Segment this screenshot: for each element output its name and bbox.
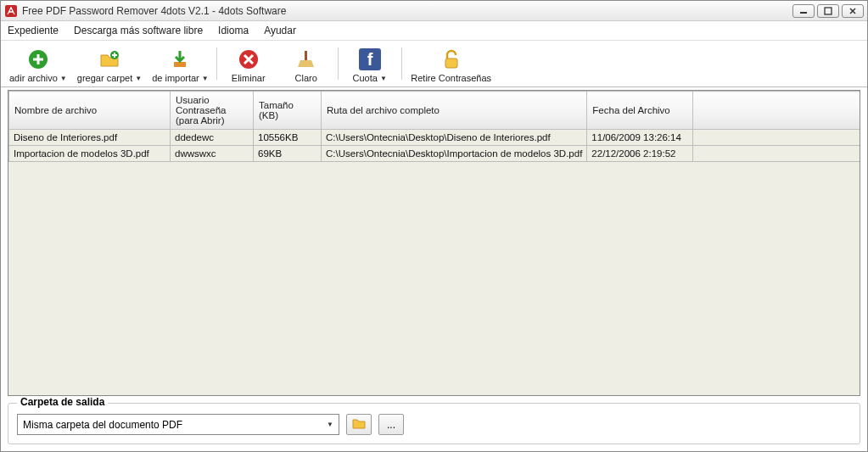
cell-size[interactable]: 69KB — [254, 146, 322, 162]
output-folder-legend: Carpeta de salida — [17, 396, 108, 408]
dropdown-arrow-icon: ▼ — [135, 75, 142, 82]
close-button[interactable] — [842, 4, 864, 18]
toolbar-separator — [338, 47, 339, 80]
maximize-button[interactable] — [817, 4, 839, 18]
menu-language[interactable]: Idioma — [218, 25, 249, 36]
menu-file[interactable]: Expediente — [8, 25, 59, 36]
add-file-label: adir archivo — [9, 73, 58, 83]
browse-button[interactable]: ... — [378, 414, 404, 435]
cell-password[interactable]: dwwswxc — [171, 146, 254, 162]
open-folder-button[interactable] — [346, 414, 372, 435]
remove-button[interactable]: Eliminar — [220, 42, 277, 85]
dropdown-arrow-icon: ▼ — [327, 421, 333, 428]
unlock-icon — [440, 47, 462, 71]
window-controls — [792, 4, 864, 18]
add-file-button[interactable]: adir archivo▼ — [4, 42, 72, 85]
clear-button[interactable]: Claro — [277, 42, 335, 85]
file-table-container: Nombre de archivo Usuario Contraseña (pa… — [8, 90, 860, 396]
cell-name[interactable]: Diseno de Interiores.pdf — [9, 130, 171, 146]
facebook-icon: f — [359, 47, 381, 71]
clear-label: Claro — [295, 73, 317, 83]
minimize-button[interactable] — [792, 4, 815, 18]
menu-help[interactable]: Ayudar — [264, 25, 296, 36]
cell-date[interactable]: 11/06/2009 13:26:14 — [587, 130, 693, 146]
main-window: Free PDF Password Remover 4dots V2.1 - 4… — [0, 0, 868, 452]
menubar: Expediente Descarga más software libre I… — [1, 21, 867, 40]
quota-label: Cuota — [353, 73, 378, 83]
cell-password[interactable]: ddedewc — [171, 130, 254, 146]
import-label: de importar — [152, 73, 199, 83]
table-row[interactable]: Importacion de modelos 3D.pdfdwwswxc69KB… — [9, 146, 860, 162]
toolbar-separator — [216, 47, 217, 80]
toolbar-separator — [401, 47, 402, 80]
svg-rect-1 — [800, 12, 807, 14]
remove-icon — [238, 47, 260, 71]
output-folder-group: Carpeta de salida Misma carpeta del docu… — [8, 403, 860, 444]
header-date[interactable]: Fecha del Archivo — [587, 92, 693, 130]
cell-path[interactable]: C:\Users\Ontecnia\Desktop\Diseno de Inte… — [322, 130, 587, 146]
add-folder-icon — [98, 47, 120, 71]
add-folder-button[interactable]: gregar carpet▼ — [72, 42, 147, 85]
cell-name[interactable]: Importacion de modelos 3D.pdf — [9, 146, 171, 162]
table-header-row: Nombre de archivo Usuario Contraseña (pa… — [9, 92, 860, 130]
import-icon — [169, 47, 191, 71]
cell-size[interactable]: 10556KB — [254, 130, 322, 146]
header-spare — [693, 92, 860, 130]
browse-label: ... — [387, 419, 395, 431]
remove-passwords-button[interactable]: Retire Contraseñas — [405, 42, 498, 85]
broom-icon — [295, 47, 317, 71]
output-folder-combo[interactable]: Misma carpeta del documento PDF ▼ — [17, 414, 339, 435]
header-path[interactable]: Ruta del archivo completo — [322, 92, 587, 130]
cell-spare — [693, 130, 860, 146]
remove-label: Eliminar — [232, 73, 266, 83]
header-size[interactable]: Tamaño (KB) — [254, 92, 322, 130]
header-filename[interactable]: Nombre de archivo — [9, 92, 171, 130]
svg-text:f: f — [367, 50, 372, 69]
remove-passwords-label: Retire Contraseñas — [411, 73, 491, 83]
dropdown-arrow-icon: ▼ — [60, 75, 67, 82]
output-selected-value: Misma carpeta del documento PDF — [23, 419, 182, 431]
cell-path[interactable]: C:\Users\Ontecnia\Desktop\Importacion de… — [322, 146, 587, 162]
folder-icon — [352, 417, 366, 432]
header-password[interactable]: Usuario Contraseña (para Abrir) — [171, 92, 254, 130]
quota-button[interactable]: f Cuota▼ — [341, 42, 399, 85]
table-row[interactable]: Diseno de Interiores.pdfddedewc10556KBC:… — [9, 130, 860, 146]
app-icon — [4, 4, 18, 18]
content-area: Nombre de archivo Usuario Contraseña (pa… — [1, 87, 867, 451]
cell-spare — [693, 146, 860, 162]
cell-date[interactable]: 22/12/2006 2:19:52 — [587, 146, 693, 162]
window-title: Free PDF Password Remover 4dots V2.1 - 4… — [22, 5, 792, 17]
import-button[interactable]: de importar▼ — [147, 42, 214, 85]
file-table[interactable]: Nombre de archivo Usuario Contraseña (pa… — [8, 91, 860, 162]
add-file-icon — [27, 47, 49, 71]
table-body: Diseno de Interiores.pdfddedewc10556KBC:… — [9, 130, 860, 162]
svg-rect-2 — [825, 8, 832, 14]
add-folder-label: gregar carpet — [77, 73, 132, 83]
toolbar: adir archivo▼ gregar carpet▼ de importar… — [1, 40, 867, 87]
svg-rect-10 — [445, 59, 457, 68]
svg-rect-7 — [305, 51, 307, 60]
titlebar: Free PDF Password Remover 4dots V2.1 - 4… — [1, 1, 867, 21]
dropdown-arrow-icon: ▼ — [202, 75, 209, 82]
dropdown-arrow-icon: ▼ — [380, 75, 387, 82]
output-row: Misma carpeta del documento PDF ▼ ... — [17, 414, 851, 435]
menu-download-more[interactable]: Descarga más software libre — [74, 25, 203, 36]
